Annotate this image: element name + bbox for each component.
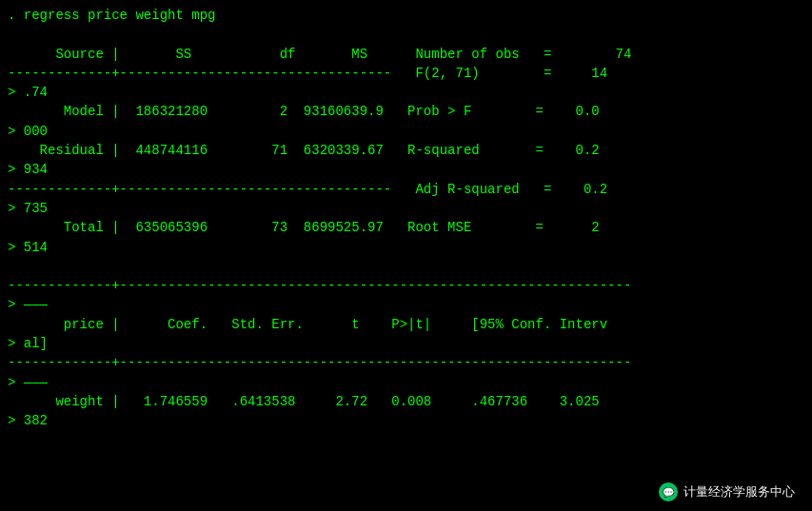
sep3: -------------+--------------------------… [8,276,804,295]
blank4: > ——— [8,373,804,392]
wl-cont: > 382 [8,411,804,430]
weight-line: weight | 1.746559 .6413538 2.72 0.008 .4… [8,392,804,411]
header-line: Source | SS df MS Number of obs = 74 [8,45,804,64]
sep4: -------------+--------------------------… [8,353,804,372]
watermark-badge: 💬 计量经济学服务中心 [651,479,802,505]
model-line: Model | 186321280 2 93160639.9 Prob > F … [8,102,804,121]
prob-cont: > 000 [8,122,804,141]
sep2: -------------+--------------------------… [8,180,804,199]
resid-line: Residual | 448744116 71 6320339.67 R-squ… [8,141,804,160]
blank1 [8,25,804,44]
watermark-text: 计量经济学服务中心 [683,483,795,501]
command-line: . regress price weight mpg [8,6,804,25]
adjrsq-cont: > 735 [8,199,804,218]
terminal-window: . regress price weight mpg Source | SS d… [0,0,812,511]
watermark-icon: 💬 [659,482,678,501]
price-header: price | Coef. Std. Err. t P>|t| [95% Con… [8,315,804,334]
rmse-cont: > 514 [8,238,804,257]
rsq-cont: > 934 [8,160,804,179]
blank2 [8,257,804,276]
f-cont: > .74 [8,83,804,102]
total-line: Total | 635065396 73 8699525.97 Root MSE… [8,218,804,237]
sep1: -------------+--------------------------… [8,64,804,83]
blank3: > ——— [8,295,804,314]
ph-cont: > al] [8,334,804,353]
